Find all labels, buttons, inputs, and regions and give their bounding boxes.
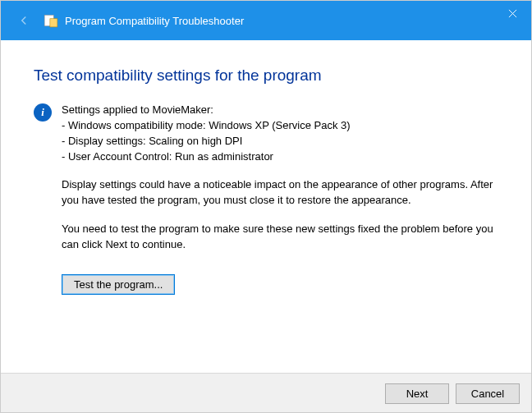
footer: Next Cancel [1,373,531,413]
next-button[interactable]: Next [385,383,449,404]
settings-intro: Settings applied to MovieMaker: [62,103,498,118]
titlebar: Program Compatibility Troubleshooter [1,1,531,40]
test-instruction-text: You need to test the program to make sur… [62,222,498,253]
window-title: Program Compatibility Troubleshooter [65,15,244,27]
info-icon: i [34,103,52,122]
back-button [12,9,35,32]
content-area: Test compatibility settings for the prog… [1,40,531,373]
setting-display: - Display settings: Scaling on high DPI [62,134,498,149]
display-warning-text: Display settings could have a noticeable… [62,177,498,209]
page-heading: Test compatibility settings for the prog… [34,67,498,85]
svg-rect-1 [50,19,57,27]
test-program-button[interactable]: Test the program... [62,274,175,295]
close-button[interactable] [493,1,531,25]
body-text: Settings applied to MovieMaker: - Window… [62,103,498,295]
setting-compat-mode: - Windows compatibility mode: Windows XP… [62,118,498,134]
cancel-button[interactable]: Cancel [456,383,520,404]
setting-uac: - User Account Control: Run as administr… [62,149,498,165]
app-icon [44,13,58,28]
